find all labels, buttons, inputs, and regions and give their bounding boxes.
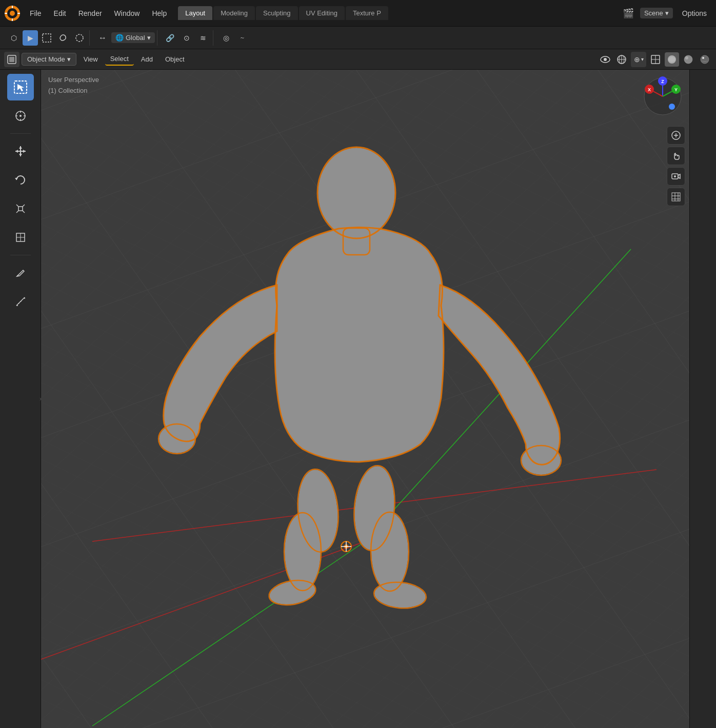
camera-view-btn[interactable] bbox=[667, 167, 685, 186]
snap-group: 🔗 ⊙ ≋ bbox=[161, 30, 213, 46]
rendered-btn[interactable] bbox=[698, 52, 712, 67]
svg-point-78 bbox=[351, 464, 398, 552]
svg-point-64 bbox=[351, 464, 397, 552]
scene-selector[interactable]: Scene ▾ bbox=[640, 8, 673, 18]
grab-btn[interactable] bbox=[667, 147, 685, 165]
svg-rect-10 bbox=[9, 57, 14, 62]
proportional-type-btn[interactable]: ≋ bbox=[195, 30, 211, 46]
header-select[interactable]: Select bbox=[105, 53, 134, 66]
menu-edit[interactable]: Edit bbox=[49, 7, 71, 19]
header-add[interactable]: Add bbox=[136, 53, 158, 65]
gizmo-settings-icon[interactable] bbox=[614, 52, 629, 67]
svg-marker-26 bbox=[17, 84, 24, 91]
svg-point-70 bbox=[522, 446, 561, 475]
tool-scale[interactable] bbox=[7, 195, 34, 222]
mode-group: ⬡ ▶ bbox=[4, 30, 90, 46]
menu-window[interactable]: Window bbox=[109, 7, 145, 19]
workspace-tabs: Layout Modeling Sculpting UV Editing Tex… bbox=[178, 6, 388, 20]
svg-point-76 bbox=[284, 513, 321, 591]
svg-rect-72 bbox=[343, 228, 370, 255]
snap-icon[interactable]: 🔗 bbox=[163, 30, 178, 46]
render-engine-icon[interactable]: 🎬 bbox=[621, 6, 636, 21]
top-menu-bar: File Edit Render Window Help Layout Mode… bbox=[0, 0, 716, 27]
tool-transform[interactable] bbox=[7, 224, 34, 251]
svg-line-57 bbox=[92, 470, 657, 541]
global-dropdown[interactable]: 🌐 Global ▾ bbox=[111, 32, 155, 43]
svg-text:Y: Y bbox=[674, 87, 678, 92]
svg-marker-37 bbox=[15, 150, 18, 153]
viewport-display-icon[interactable] bbox=[4, 52, 19, 67]
svg-rect-55 bbox=[41, 70, 689, 728]
menu-render[interactable]: Render bbox=[73, 7, 107, 19]
svg-point-79 bbox=[371, 512, 409, 591]
svg-rect-7 bbox=[43, 34, 51, 42]
menu-file[interactable]: File bbox=[25, 7, 47, 19]
svg-point-12 bbox=[604, 58, 607, 61]
overlay-dropdown-btn[interactable]: ⊕▾ bbox=[631, 52, 646, 67]
svg-rect-40 bbox=[18, 207, 23, 211]
svg-point-95 bbox=[669, 104, 675, 110]
svg-point-61 bbox=[295, 468, 341, 553]
svg-rect-102 bbox=[672, 193, 680, 201]
svg-line-59 bbox=[41, 541, 365, 659]
transform-icon[interactable]: ↔ bbox=[95, 30, 110, 46]
tool-annotate[interactable] bbox=[7, 259, 34, 286]
blender-logo bbox=[4, 5, 21, 22]
tool-cursor[interactable] bbox=[7, 103, 34, 129]
viewport-shading-icon[interactable] bbox=[598, 52, 612, 67]
tool-move[interactable] bbox=[7, 138, 34, 165]
viewport[interactable]: User Perspective (1) Collection Z Y X bbox=[41, 70, 689, 728]
header-row: Object Mode ▾ View Select Add Object ⊕▾ bbox=[0, 49, 716, 70]
mode-icon[interactable]: ⬡ bbox=[6, 30, 22, 46]
zoom-in-btn[interactable] bbox=[667, 126, 685, 145]
material-btn[interactable] bbox=[681, 52, 695, 67]
svg-point-77 bbox=[267, 577, 318, 608]
svg-text:Z: Z bbox=[661, 79, 664, 84]
svg-marker-35 bbox=[19, 146, 22, 149]
tab-modeling[interactable]: Modeling bbox=[213, 6, 255, 20]
tab-layout[interactable]: Layout bbox=[178, 6, 212, 20]
tab-uv-editing[interactable]: UV Editing bbox=[299, 6, 345, 20]
svg-point-23 bbox=[701, 55, 709, 64]
transform-group: ↔ 🌐 Global ▾ bbox=[93, 30, 157, 46]
viewport-label: User Perspective (1) Collection bbox=[48, 75, 99, 96]
tool-select[interactable] bbox=[7, 74, 34, 100]
tool-separator-1 bbox=[10, 133, 31, 134]
proportional-edit-btn[interactable]: ⊙ bbox=[179, 30, 194, 46]
overlay-btn[interactable]: ◎ bbox=[218, 30, 234, 46]
svg-line-58 bbox=[365, 249, 631, 541]
svg-line-41 bbox=[16, 205, 18, 207]
viewport-right-buttons bbox=[667, 126, 685, 206]
svg-marker-39 bbox=[15, 178, 18, 180]
tool-measure[interactable] bbox=[7, 288, 34, 315]
options-btn[interactable]: Options bbox=[677, 7, 712, 19]
circle-select-btn[interactable] bbox=[72, 30, 87, 46]
curve-btn[interactable]: ～ bbox=[235, 30, 250, 46]
navigation-gizmo[interactable]: Z Y X bbox=[642, 76, 683, 117]
sidebar-collapse-arrow[interactable]: › bbox=[39, 395, 42, 402]
tab-texture-paint[interactable]: Texture P bbox=[346, 6, 388, 20]
wireframe-btn[interactable] bbox=[648, 52, 663, 67]
svg-point-62 bbox=[285, 513, 321, 590]
left-sidebar: › bbox=[0, 70, 41, 728]
solid-btn[interactable] bbox=[665, 52, 679, 67]
svg-point-81 bbox=[341, 541, 351, 552]
svg-point-74 bbox=[521, 446, 561, 475]
header-view[interactable]: View bbox=[78, 53, 103, 65]
menu-help[interactable]: Help bbox=[147, 7, 172, 19]
svg-text:X: X bbox=[648, 87, 651, 92]
svg-marker-38 bbox=[23, 150, 26, 153]
svg-point-71 bbox=[317, 147, 395, 238]
header-object[interactable]: Object bbox=[160, 53, 190, 65]
svg-point-66 bbox=[373, 581, 427, 610]
object-mode-area: Object Mode ▾ bbox=[4, 52, 76, 67]
lasso-select-btn[interactable] bbox=[55, 30, 71, 46]
tool-rotate[interactable] bbox=[7, 167, 34, 193]
select-tool-btn[interactable]: ▶ bbox=[23, 30, 38, 46]
grid-floor-btn[interactable] bbox=[667, 188, 685, 206]
svg-point-69 bbox=[159, 424, 195, 453]
tab-sculpting[interactable]: Sculpting bbox=[256, 6, 297, 20]
box-select-btn[interactable] bbox=[39, 30, 54, 46]
object-mode-btn[interactable]: Object Mode ▾ bbox=[22, 53, 76, 66]
svg-point-24 bbox=[702, 57, 704, 59]
